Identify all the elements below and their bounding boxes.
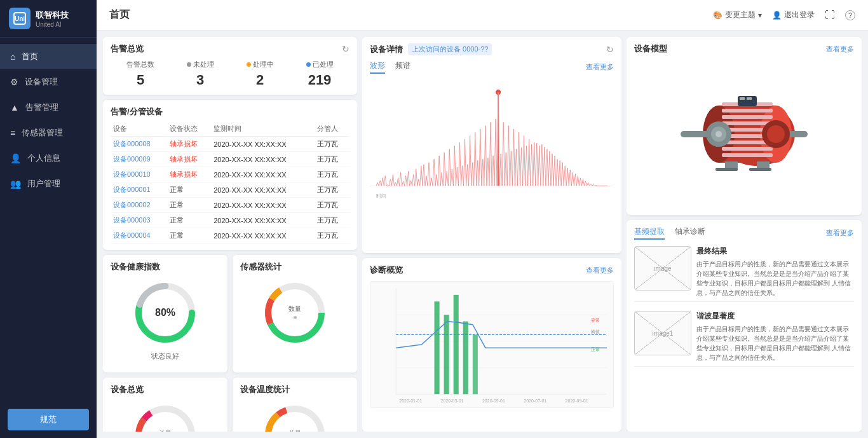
- tab-bearing-diag[interactable]: 轴承诊断: [675, 226, 705, 240]
- cell-device: 设备000008: [111, 137, 167, 152]
- alert-table-title: 告警/分管设备: [111, 106, 349, 118]
- stat-unprocessed: 未处理 3: [170, 60, 230, 88]
- overview-title: 设备总览: [111, 384, 220, 395]
- waveform-chart: 时间: [370, 79, 614, 206]
- svg-text:时间: 时间: [376, 193, 386, 199]
- svg-rect-59: [722, 153, 773, 157]
- stat-total-value: 5: [111, 72, 170, 88]
- topbar: 首页 🎨 变更主题 ▾ 👤 退出登录 ⛶ ?: [97, 0, 868, 31]
- result-text-1: 谐波显著度 由于产品目标用户的性质，新的产品需要通过文本展示介绍某些专业知识。当…: [696, 311, 854, 362]
- nav-label-personal-info: 个人信息: [27, 153, 60, 164]
- tab-waveform[interactable]: 波形: [370, 60, 385, 74]
- device-detail-card: 设备详情 上次访问的设备 0000-?? ↻ 波形 频谱 查看更多: [362, 37, 621, 253]
- diagnosis-title: 诊断概览: [370, 264, 403, 276]
- alert-stats: 告警总数 5 未处理 3 处理中 2: [111, 60, 349, 88]
- change-theme-action[interactable]: 🎨 变更主题 ▾: [713, 10, 762, 20]
- table-row: 设备000002 正常 2020-XX-XX XX:XX:XX 王万瓦: [111, 198, 349, 213]
- motor-model-svg: [674, 86, 814, 182]
- cell-status: 正常: [167, 228, 211, 243]
- result-image-1: image1: [634, 311, 691, 355]
- svg-point-66: [767, 125, 785, 143]
- stat-processed: 已处理 219: [290, 60, 349, 88]
- sidebar-nav: ⌂首页⚙设备管理▲告警管理≡传感器管理👤个人信息👥用户管理: [0, 38, 97, 401]
- overview-donut-wrap: 总量: [111, 395, 220, 432]
- sidebar-item-alert-mgmt[interactable]: ▲告警管理: [0, 95, 97, 120]
- logo-sub: United AI: [36, 21, 69, 28]
- diagnosis-chart: 阈值 异常 正常 2020-01-01 2020-03-01 2020-05-0…: [370, 281, 614, 408]
- cell-time: 2020-XX-XX XX:XX:XX: [211, 182, 315, 198]
- alert-table: 设备 设备状态 监测时间 分管人 设备000008 轴承损坏 2020-XX-X…: [111, 121, 349, 243]
- table-row: 设备000009 轴承损坏 2020-XX-XX XX:XX:XX 王万瓦: [111, 152, 349, 167]
- svg-rect-72: [715, 168, 738, 171]
- sidebar-item-user-mgmt[interactable]: 👥用户管理: [0, 171, 97, 196]
- nav-label-user-mgmt: 用户管理: [27, 178, 60, 189]
- cell-person: 王万瓦: [315, 137, 349, 152]
- sidebar-item-personal-info[interactable]: 👤个人信息: [0, 146, 97, 171]
- svg-rect-27: [370, 282, 613, 407]
- cell-person: 王万瓦: [315, 198, 349, 213]
- cell-time: 2020-XX-XX XX:XX:XX: [211, 137, 315, 152]
- result-image-0: image: [634, 246, 691, 291]
- dot-gray: [187, 62, 191, 67]
- nav-icon-user-mgmt: 👥: [10, 179, 21, 189]
- model-title: 设备模型: [634, 43, 667, 55]
- result-image-label-0: image: [654, 265, 671, 272]
- change-theme-label: 变更主题: [725, 10, 756, 20]
- result-tabs: 基频提取 轴承诊断: [634, 226, 705, 240]
- device-detail-view-more[interactable]: 查看更多: [586, 62, 614, 72]
- refresh-icon[interactable]: ↻: [342, 44, 349, 54]
- page-title: 首页: [109, 8, 130, 22]
- norm-button[interactable]: 规范: [8, 409, 89, 430]
- svg-rect-58: [722, 147, 773, 151]
- right-column: 设备模型 查看更多: [627, 37, 862, 432]
- table-row: 设备000001 正常 2020-XX-XX XX:XX:XX 王万瓦: [111, 182, 349, 198]
- result-desc-1: 由于产品目标用户的性质，新的产品需要通过文本展示介绍某些专业知识。当然总是是是当…: [696, 324, 854, 362]
- cell-device: 设备000002: [111, 198, 167, 213]
- sidebar-item-home[interactable]: ⌂首页: [0, 44, 97, 69]
- cell-status: 正常: [167, 182, 211, 198]
- device-overview-card: 设备总览 总量: [103, 378, 227, 432]
- stat-total-label: 告警总数: [111, 60, 170, 69]
- help-action[interactable]: ?: [845, 10, 855, 20]
- freq-view-more[interactable]: 查看更多: [826, 228, 854, 238]
- cell-person: 王万瓦: [315, 152, 349, 167]
- left-column: 告警总览 ↻ 告警总数 5 未处理 3: [103, 37, 357, 432]
- svg-rect-35: [444, 315, 449, 394]
- device-tag: 上次访问的设备 0000-??: [408, 43, 492, 55]
- svg-text:总量: 总量: [288, 430, 301, 432]
- cell-device: 设备000004: [111, 228, 167, 243]
- sidebar: Uni 联智科技 United AI ⌂首页⚙设备管理▲告警管理≡传感器管理👤个…: [0, 0, 97, 438]
- cell-person: 王万瓦: [315, 213, 349, 228]
- sidebar-item-device-mgmt[interactable]: ⚙设备管理: [0, 69, 97, 95]
- nav-icon-home: ⌂: [10, 51, 15, 62]
- stat-processing: 处理中 2: [230, 60, 290, 88]
- svg-rect-36: [454, 295, 459, 394]
- logout-action[interactable]: 👤 退出登录: [772, 10, 815, 20]
- svg-text:⊕: ⊕: [293, 315, 297, 320]
- tab-frequency[interactable]: 频谱: [395, 60, 410, 74]
- nav-icon-personal-info: 👤: [10, 153, 21, 163]
- svg-text:正常: 正常: [591, 347, 600, 352]
- device-refresh-icon[interactable]: ↻: [606, 44, 614, 55]
- svg-rect-22: [370, 79, 614, 206]
- middle-column: 设备详情 上次访问的设备 0000-?? ↻ 波形 频谱 查看更多: [362, 37, 621, 432]
- cell-time: 2020-XX-XX XX:XX:XX: [211, 167, 315, 182]
- svg-rect-34: [435, 301, 440, 394]
- nav-label-alert-mgmt: 告警管理: [25, 102, 58, 113]
- sensor-donut-svg: 数量 ⊕: [260, 278, 330, 348]
- sidebar-item-sensor-mgmt[interactable]: ≡传感器管理: [0, 120, 97, 146]
- fullscreen-action[interactable]: ⛶: [825, 10, 835, 21]
- cell-status: 轴承损坏: [167, 167, 211, 182]
- result-subtitle-1: 谐波显著度: [696, 311, 854, 322]
- cell-status: 轴承损坏: [167, 152, 211, 167]
- svg-text:阈值: 阈值: [591, 329, 600, 334]
- diagnosis-view-more[interactable]: 查看更多: [586, 266, 614, 275]
- svg-text:数量: 数量: [288, 305, 301, 312]
- model-view-more[interactable]: 查看更多: [826, 44, 854, 54]
- cell-time: 2020-XX-XX XX:XX:XX: [211, 198, 315, 213]
- tab-base-freq[interactable]: 基频提取: [634, 226, 665, 240]
- svg-rect-37: [463, 322, 468, 395]
- cell-device: 设备000010: [111, 167, 167, 182]
- stat-unprocessed-label: 未处理: [170, 60, 230, 69]
- health-sensor-row: 设备健康指数 80% 状态良好 传感器统计: [103, 255, 357, 373]
